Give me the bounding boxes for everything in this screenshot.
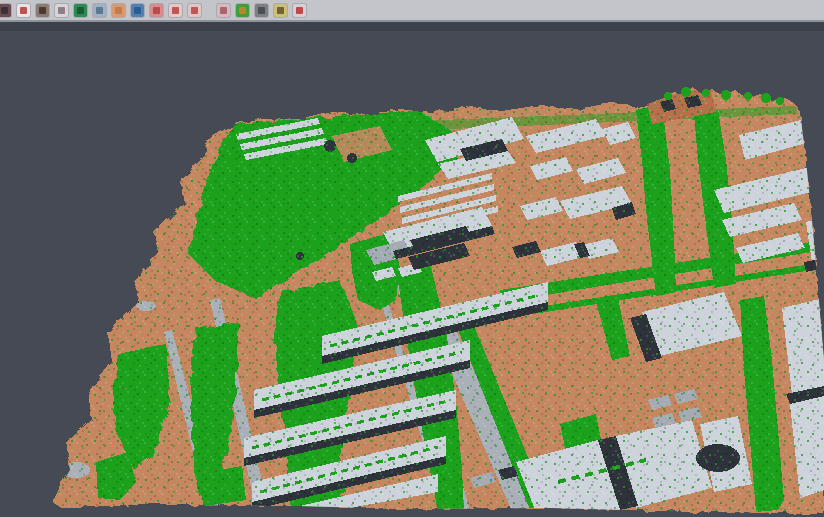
pick-center-icon[interactable] (167, 2, 183, 18)
raster-grid-icon[interactable] (215, 2, 231, 18)
mesh-terrain-icon[interactable] (34, 2, 50, 18)
point-pair-icon[interactable] (53, 2, 69, 18)
viewport-3d[interactable] (0, 0, 824, 517)
terrain-model-icon[interactable] (72, 2, 88, 18)
canvas-top-band (0, 22, 824, 31)
globe-icon[interactable] (129, 2, 145, 18)
project-tree-icon[interactable] (0, 2, 12, 18)
fit-zoom-icon[interactable] (186, 2, 202, 18)
flag-tool-icon[interactable] (291, 2, 307, 18)
settings-icon[interactable] (253, 2, 269, 18)
application-window (0, 0, 824, 517)
align-clouds-icon[interactable] (15, 2, 31, 18)
clipping-box-icon[interactable] (110, 2, 126, 18)
profile-tool-icon[interactable] (91, 2, 107, 18)
measure-tool-icon[interactable] (272, 2, 288, 18)
toolbar (0, 0, 824, 22)
classification-map-icon[interactable] (234, 2, 250, 18)
raster-layers-icon[interactable] (148, 2, 164, 18)
